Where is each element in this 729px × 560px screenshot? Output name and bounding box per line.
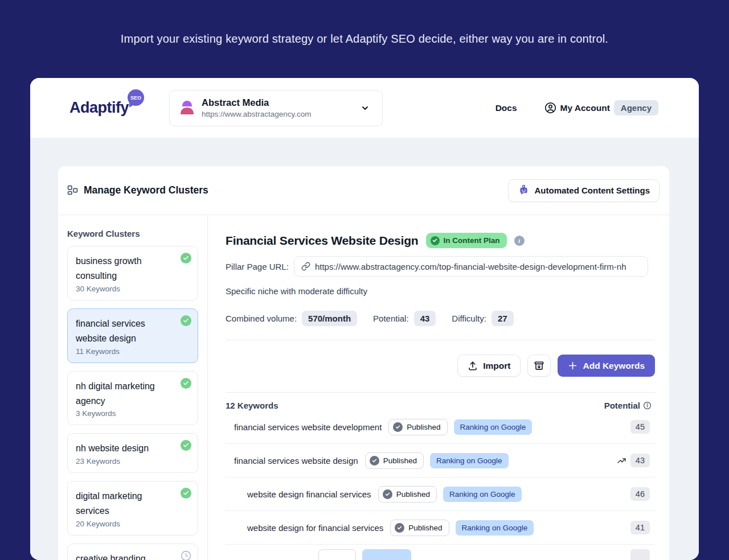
- my-account-label: My Account: [560, 103, 610, 113]
- potential-score: 43: [630, 454, 650, 467]
- potential-value: 43: [414, 311, 436, 326]
- ranking-badge: Ranking on Google: [456, 520, 534, 536]
- check-circle-icon: [383, 489, 392, 499]
- cluster-card-financial-services-website-design[interactable]: financial services website design 11 Key…: [67, 308, 198, 363]
- potential-score: 46: [630, 487, 650, 501]
- check-circle-icon: [431, 236, 440, 245]
- chevron-down-icon: [361, 104, 370, 113]
- cluster-detail: Financial Services Website Design In Con…: [208, 215, 669, 560]
- cluster-card-nh-digital-marketing-agency[interactable]: nh digital marketing agency 3 Keywords: [67, 371, 198, 426]
- cluster-card-business-growth-consulting[interactable]: business growth consulting 30 Keywords: [67, 246, 198, 300]
- potential-score: 41: [630, 521, 650, 534]
- logo-text: Adaptify: [69, 99, 129, 116]
- ranking-badge: Ranking on Google: [443, 487, 522, 502]
- potential-label: Potential:: [373, 314, 409, 323]
- keyword-name: website design for financial services: [234, 523, 383, 533]
- cluster-name: creative branding services: [76, 551, 190, 560]
- cluster-count: 20 Keywords: [76, 520, 190, 528]
- ranking-badge: [362, 549, 411, 560]
- keyword-row[interactable]: website design financial services Publis…: [226, 477, 655, 511]
- cluster-card-creative-branding-services[interactable]: creative branding services: [67, 543, 198, 560]
- docs-link[interactable]: Docs: [495, 103, 517, 113]
- divider: [226, 392, 655, 393]
- banner-text: Import your existing keyword strategy or…: [121, 32, 608, 46]
- keyword-name: financial services website development: [234, 422, 382, 432]
- cluster-title: Financial Services Website Design: [226, 234, 419, 248]
- info-icon[interactable]: i: [514, 236, 525, 246]
- my-account-menu[interactable]: My Account: [544, 102, 610, 114]
- top-banner: Import your existing keyword strategy or…: [0, 0, 729, 78]
- volume-label: Combined volume:: [226, 314, 297, 323]
- header-nav: Docs My Account Agency: [495, 100, 658, 116]
- cluster-card-nh-website-design[interactable]: nh website design 23 Keywords: [67, 433, 198, 473]
- panel-header: Manage Keyword Clusters Automated Conten…: [58, 166, 669, 215]
- ranking-badge: Ranking on Google: [454, 419, 533, 435]
- cluster-count: 11 Keywords: [76, 347, 190, 356]
- cluster-name: nh website design: [76, 441, 190, 456]
- clusters-sidebar: Keyword Clusters business growth consult…: [58, 215, 208, 560]
- cluster-count: 30 Keywords: [76, 285, 190, 293]
- app-window: Adaptify SEO Abstract Media https://www.…: [30, 78, 699, 560]
- robot-icon: [518, 184, 530, 196]
- user-circle-icon: [544, 102, 556, 114]
- cluster-count: 3 Keywords: [76, 409, 190, 418]
- potential-header: Potential: [604, 401, 640, 410]
- settings-button-label: Automated Content Settings: [535, 186, 650, 195]
- layout-grid-icon: [67, 185, 78, 196]
- cluster-name: nh digital marketing agency: [76, 379, 190, 409]
- cluster-card-digital-marketing-services[interactable]: digital marketing services 20 Keywords: [67, 481, 198, 536]
- cluster-name: financial services website design: [76, 316, 190, 346]
- info-outline-icon[interactable]: [643, 401, 652, 410]
- check-circle-icon: [181, 253, 191, 263]
- published-badge: [318, 549, 356, 560]
- published-badge: Published: [388, 419, 447, 435]
- published-label: Published: [408, 524, 442, 532]
- content-section: Manage Keyword Clusters Automated Conten…: [30, 138, 699, 560]
- pillar-url-input[interactable]: https://www.abstractagency.com/top-finan…: [294, 256, 648, 277]
- archive-button[interactable]: [527, 355, 551, 377]
- check-circle-icon: [181, 378, 191, 389]
- keyword-clusters-panel: Manage Keyword Clusters Automated Conten…: [58, 166, 669, 560]
- agency-badge[interactable]: Agency: [614, 100, 658, 116]
- published-badge: Published: [390, 520, 449, 536]
- workspace-url: https://www.abstractagency.com: [202, 110, 353, 118]
- cluster-name: business growth consulting: [76, 254, 190, 283]
- workspace-name: Abstract Media: [202, 97, 353, 108]
- published-label: Published: [407, 423, 440, 431]
- panel-title: Manage Keyword Clusters: [84, 184, 208, 196]
- adaptify-logo: Adaptify SEO: [69, 99, 129, 117]
- workspace-selector[interactable]: Abstract Media https://www.abstractagenc…: [169, 90, 383, 126]
- keyword-row[interactable]: website design for financial services Pu…: [226, 511, 655, 545]
- check-circle-icon: [370, 456, 379, 466]
- keyword-row-partial[interactable]: [226, 545, 655, 560]
- published-badge: Published: [365, 452, 424, 469]
- clock-icon: [181, 550, 191, 560]
- keyword-row[interactable]: financial services website development P…: [226, 410, 655, 444]
- difficulty-value: 27: [492, 311, 514, 326]
- cluster-description: Specific niche with moderate difficulty: [226, 286, 655, 296]
- upload-icon: [468, 361, 478, 371]
- keywords-toolbar: Import Add Keywords: [226, 355, 655, 377]
- difficulty-label: Difficulty:: [452, 314, 486, 323]
- keyword-row[interactable]: financial services website design Publis…: [226, 444, 655, 477]
- app-header: Adaptify SEO Abstract Media https://www.…: [30, 78, 699, 138]
- automated-content-settings-button[interactable]: Automated Content Settings: [508, 179, 660, 202]
- check-circle-icon: [393, 422, 403, 432]
- add-keywords-button[interactable]: Add Keywords: [558, 355, 655, 377]
- ranking-badge: Ranking on Google: [430, 453, 509, 468]
- potential-score: 45: [630, 420, 650, 434]
- cluster-count: 23 Keywords: [76, 457, 190, 466]
- check-circle-icon: [395, 523, 404, 533]
- in-content-plan-badge: In Content Plan: [426, 233, 507, 248]
- keyword-name: website design financial services: [234, 489, 371, 499]
- pillar-url-label: Pillar Page URL:: [226, 262, 289, 271]
- potential-score: [630, 549, 650, 560]
- sidebar-heading: Keyword Clusters: [67, 229, 198, 238]
- import-button[interactable]: Import: [457, 355, 521, 377]
- add-keywords-label: Add Keywords: [583, 361, 645, 371]
- cluster-name: digital marketing services: [76, 489, 190, 518]
- cluster-stats: Combined volume: 570/month Potential: 43…: [226, 311, 655, 326]
- keywords-list-header: 12 Keywords Potential: [226, 401, 655, 410]
- link-icon: [301, 262, 310, 271]
- check-circle-icon: [181, 315, 191, 326]
